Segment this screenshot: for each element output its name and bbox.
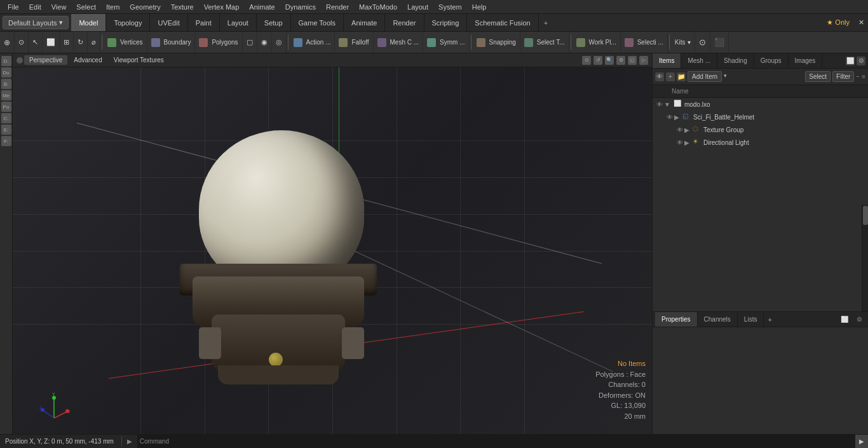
items-scroll-icon[interactable]: ≡ [862, 73, 865, 80]
menu-system[interactable]: System [433, 2, 467, 12]
vp-icon-maximize[interactable]: ▷ [639, 56, 648, 65]
tool-action[interactable]: Action ... [290, 32, 336, 53]
tool-square[interactable]: ▢ [243, 32, 257, 53]
menu-maxtomodo[interactable]: MaxToModo [354, 2, 402, 12]
props-settings-icon[interactable]: ⚙ [853, 315, 865, 324]
expand-icon-helmet[interactable]: ▶ [674, 114, 679, 121]
items-scrollbar[interactable] [862, 205, 868, 311]
tab-properties[interactable]: Properties [655, 312, 698, 327]
sidebar-icon-du[interactable]: Du [1, 67, 11, 78]
eye-icon-modo[interactable]: 👁 [655, 100, 664, 109]
tool-vertices[interactable]: Vertices [104, 32, 147, 53]
tool-transform[interactable]: ⌀ [88, 32, 100, 53]
tool-sphere2[interactable]: ◎ [272, 32, 287, 53]
tool-handle[interactable]: ⊕ [0, 32, 15, 53]
sidebar-icon-po[interactable]: Po [1, 102, 11, 112]
tab-mesh[interactable]: Mesh ... [681, 53, 717, 68]
tool-loop[interactable]: ↻ [74, 32, 88, 53]
menu-vertex-map[interactable]: Vertex Map [199, 2, 245, 12]
menu-render[interactable]: Render [321, 2, 354, 12]
items-scrollbar-thumb[interactable] [863, 206, 868, 225]
tool-snapping[interactable]: Snapping [473, 32, 520, 53]
menu-file[interactable]: File [3, 2, 24, 12]
tool-select-t[interactable]: Select T... [520, 32, 569, 53]
menu-animate[interactable]: Animate [244, 2, 280, 12]
vp-icon-expand[interactable]: ◱ [628, 56, 637, 65]
tab-groups[interactable]: Groups [754, 53, 789, 68]
items-add-icon[interactable]: + [666, 72, 675, 81]
tool-selection[interactable]: Selecti ... [621, 32, 668, 53]
tool-arrow[interactable]: ↖ [29, 32, 43, 53]
list-item-light[interactable]: 👁 ▶ ☀ Directional Light [653, 136, 868, 149]
tool-symmetry[interactable]: Symm ... [423, 32, 469, 53]
viewport[interactable]: Perspective Advanced Viewport Textures ⊙… [13, 53, 652, 434]
sidebar-icon-c[interactable]: C: [1, 113, 11, 123]
layout-dropdown[interactable]: Default Layouts ▾ [3, 16, 69, 29]
bottom-arrow[interactable]: ▶ [125, 438, 135, 445]
layout-tab-model[interactable]: Model [71, 14, 106, 31]
props-expand-icon[interactable]: ⬜ [837, 315, 851, 324]
menu-edit[interactable]: Edit [24, 2, 46, 12]
vp-icon-settings[interactable]: ⚙ [616, 56, 625, 65]
tool-falloff[interactable]: Falloff [335, 32, 373, 53]
eye-icon-texture[interactable]: 👁 [675, 125, 684, 134]
list-item-texture[interactable]: 👁 ▶ ⬡ Texture Group [653, 123, 868, 136]
tool-worldspace[interactable]: ⊙ [15, 32, 29, 53]
props-tab-add[interactable]: + [764, 314, 775, 325]
tool-mesh[interactable]: Mesh C ... [374, 32, 424, 53]
sidebar-icon-e[interactable]: E: [1, 125, 11, 135]
layout-tab-topology[interactable]: Topology [106, 14, 150, 31]
select-button[interactable]: Select [805, 71, 831, 82]
tool-sphere1[interactable]: ◉ [257, 32, 272, 53]
sidebar-icon-b[interactable]: B: [1, 79, 11, 89]
layout-tab-gametools[interactable]: Game Tools [291, 14, 344, 31]
tab-channels[interactable]: Channels [698, 312, 738, 327]
viewport-canvas[interactable]: No Items Polygons : Face Channels: 0 Def… [13, 67, 652, 434]
sidebar-icon-me[interactable]: Me [1, 90, 11, 100]
list-item-helmet[interactable]: 👁 ▶ ◱ Sci_Fi_Battle_Helmet [653, 111, 868, 123]
items-config-icon[interactable]: ⚙ [857, 57, 865, 65]
star-only[interactable]: ★ Only [822, 17, 855, 29]
add-item-button[interactable]: Add Item [688, 71, 722, 82]
menu-help[interactable]: Help [467, 2, 492, 12]
tab-images[interactable]: Images [789, 53, 823, 68]
expand-icon-texture[interactable]: ▶ [684, 126, 689, 133]
menu-layout[interactable]: Layout [402, 2, 433, 12]
layout-tab-layout[interactable]: Layout [220, 14, 257, 31]
layout-end-close[interactable]: ✕ [855, 17, 868, 29]
eye-icon-helmet[interactable]: 👁 [665, 112, 674, 121]
add-item-dropdown-icon[interactable]: ▾ [724, 72, 730, 81]
list-item-modo[interactable]: 👁 ▼ ⬜ modo.lxo [653, 98, 868, 111]
tab-lists[interactable]: Lists [738, 312, 764, 327]
menu-texture[interactable]: Texture [166, 2, 199, 12]
tool-box-select[interactable]: ⬜ [43, 32, 60, 53]
tab-items[interactable]: Items [653, 53, 681, 68]
tool-camera[interactable]: ⊙ [695, 32, 710, 53]
sidebar-icon-d[interactable]: D: [1, 56, 11, 66]
command-go-button[interactable]: ▶ [855, 435, 868, 448]
expand-icon-light[interactable]: ▶ [684, 139, 689, 146]
layout-tab-uvedit[interactable]: UVEdit [150, 14, 187, 31]
vp-icon-zoom[interactable]: 🔍 [605, 56, 614, 65]
menu-item[interactable]: Item [101, 2, 125, 12]
items-minus-icon[interactable]: − [856, 73, 860, 80]
menu-view[interactable]: View [46, 2, 72, 12]
tool-kits[interactable]: Kits ▾ [671, 32, 695, 53]
items-expand-icon[interactable]: ⬜ [846, 57, 855, 65]
sidebar-icon-f[interactable]: F: [1, 136, 11, 146]
filter-button[interactable]: Filter [832, 71, 854, 82]
command-input[interactable] [172, 438, 855, 445]
menu-select[interactable]: Select [71, 2, 101, 12]
tool-boundary[interactable]: Boundary [147, 32, 196, 53]
eye-icon-light[interactable]: 👁 [675, 138, 684, 147]
layout-tab-render[interactable]: Render [385, 14, 424, 31]
tool-view-cube[interactable]: ⬛ [710, 32, 729, 53]
tool-grid[interactable]: ⊞ [60, 32, 74, 53]
layout-tab-scripting[interactable]: Scripting [424, 14, 468, 31]
menu-geometry[interactable]: Geometry [125, 2, 165, 12]
items-folder-icon[interactable]: 📁 [677, 72, 686, 81]
viewport-tab-advanced[interactable]: Advanced [69, 55, 107, 65]
layout-tab-paint[interactable]: Paint [188, 14, 220, 31]
vp-icon-2[interactable]: ↺ [593, 56, 602, 65]
vp-icon-1[interactable]: ⊙ [582, 56, 591, 65]
